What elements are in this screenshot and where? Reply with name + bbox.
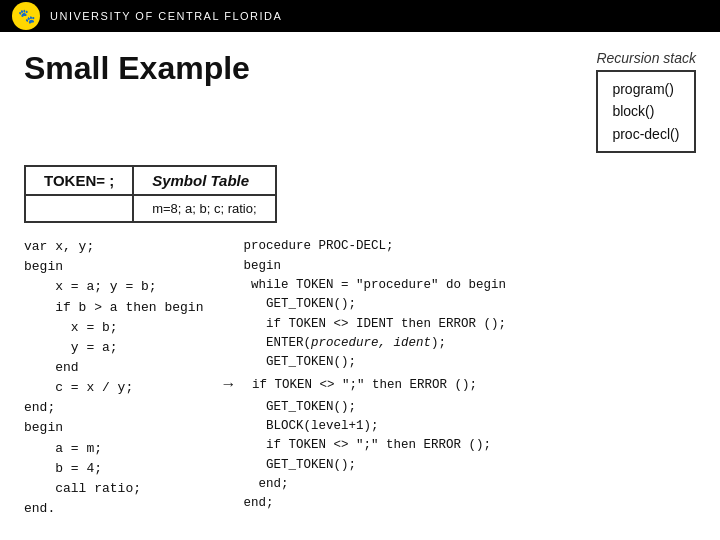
right-line-9: BLOCK(level+1); <box>223 417 696 436</box>
recursion-stack-section: Recursion stack program() block() proc-d… <box>596 50 696 153</box>
university-name: UNIVERSITY OF CENTRAL FLORIDA <box>50 10 282 22</box>
left-line-12: call ratio; <box>24 479 203 499</box>
left-line-11: b = 4; <box>24 459 203 479</box>
recursion-item-2: proc-decl() <box>612 123 680 145</box>
token-label: TOKEN= ; <box>25 166 133 195</box>
right-line-13: end; <box>223 494 696 513</box>
right-line-11: GET_TOKEN(); <box>223 456 696 475</box>
right-line-3: GET_TOKEN(); <box>223 295 696 314</box>
recursion-title: Recursion stack <box>596 50 696 66</box>
left-line-5: y = a; <box>24 338 203 358</box>
left-code-block: var x, y; begin x = a; y = b; if b > a t… <box>24 237 203 528</box>
left-line-6: end <box>24 358 203 378</box>
right-line-1: begin <box>223 257 696 276</box>
left-line-9: begin <box>24 418 203 438</box>
right-line-2: while TOKEN = "procedure" do begin <box>223 276 696 295</box>
recursion-item-0: program() <box>612 78 680 100</box>
title-row: Small Example Recursion stack program() … <box>24 50 696 153</box>
right-line-10: if TOKEN <> ";" then ERROR (); <box>223 436 696 455</box>
left-line-3: if b > a then begin <box>24 298 203 318</box>
token-table: TOKEN= ; Symbol Table m=8; a; b; c; rati… <box>24 165 277 223</box>
left-line-0: var x, y; <box>24 237 203 257</box>
token-section: TOKEN= ; Symbol Table m=8; a; b; c; rati… <box>24 165 277 223</box>
right-line-12: end; <box>223 475 696 494</box>
left-line-13: end. <box>24 499 203 519</box>
arrow-icon: → <box>223 373 233 398</box>
left-line-7: c = x / y; <box>24 378 203 398</box>
ucf-logo: 🐾 <box>12 2 40 30</box>
left-line-8: end; <box>24 398 203 418</box>
page-title: Small Example <box>24 50 250 87</box>
left-line-1: begin <box>24 257 203 277</box>
right-line-5: ENTER(procedure, ident); <box>223 334 696 353</box>
header-bar: 🐾 UNIVERSITY OF CENTRAL FLORIDA <box>0 0 720 32</box>
left-line-2: x = a; y = b; <box>24 277 203 297</box>
body-section: var x, y; begin x = a; y = b; if b > a t… <box>24 237 696 528</box>
main-content: Small Example Recursion stack program() … <box>0 32 720 540</box>
right-line-0: procedure PROC-DECL; <box>223 237 696 256</box>
right-line-8: GET_TOKEN(); <box>223 398 696 417</box>
symbol-table-value: m=8; a; b; c; ratio; <box>133 195 275 222</box>
right-code-block: procedure PROC-DECL; begin while TOKEN =… <box>223 237 696 528</box>
recursion-stack-content: program() block() proc-decl() <box>596 70 696 153</box>
top-section: TOKEN= ; Symbol Table m=8; a; b; c; rati… <box>24 165 696 223</box>
symbol-table-header: Symbol Table <box>133 166 275 195</box>
right-line-6: GET_TOKEN(); <box>223 353 696 372</box>
recursion-item-1: block() <box>612 100 680 122</box>
left-line-4: x = b; <box>24 318 203 338</box>
right-line-7: → if TOKEN <> ";" then ERROR (); <box>223 373 696 398</box>
left-line-10: a = m; <box>24 439 203 459</box>
logo-icon: 🐾 <box>18 8 35 24</box>
right-line-4: if TOKEN <> IDENT then ERROR (); <box>223 315 696 334</box>
